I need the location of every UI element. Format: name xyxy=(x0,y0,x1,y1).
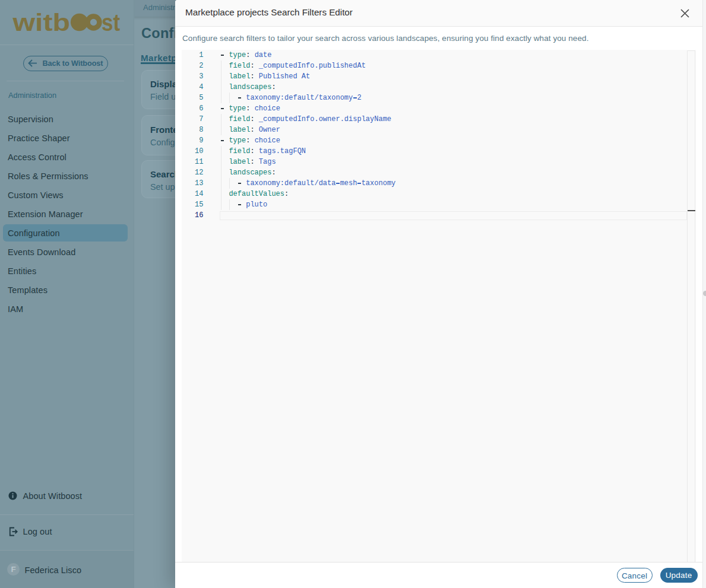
svg-text:st: st xyxy=(102,9,121,34)
svg-text:witb: witb xyxy=(12,9,70,34)
